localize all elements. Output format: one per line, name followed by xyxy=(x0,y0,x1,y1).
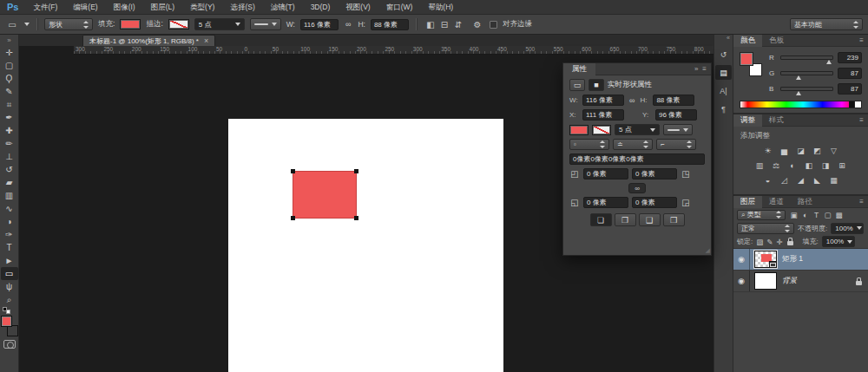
hue-saturation-icon[interactable]: ▥ xyxy=(753,160,766,171)
path-selection-tool[interactable]: ► xyxy=(1,254,18,267)
foreground-color-swatch[interactable] xyxy=(1,316,12,327)
curves-icon[interactable]: ◪ xyxy=(794,145,807,156)
eraser-tool[interactable]: ▰ xyxy=(1,176,18,189)
tab-swatches[interactable]: 色板 xyxy=(762,35,791,47)
vibrance-icon[interactable]: ▽ xyxy=(827,145,840,156)
gradient-tool[interactable]: ▥ xyxy=(1,189,18,202)
filter-shape-layers-icon[interactable]: ▢ xyxy=(822,210,833,220)
panel-menu-icon[interactable]: ≡ xyxy=(859,116,868,124)
channel-value-input[interactable]: 87 xyxy=(838,68,862,79)
link-wh-icon[interactable]: ∞ xyxy=(628,96,636,105)
anchor-point[interactable] xyxy=(354,216,358,220)
path-alignment-icon[interactable]: ⊟ xyxy=(437,18,451,31)
threshold-icon[interactable]: ◢ xyxy=(794,174,807,186)
stroke-align-icon[interactable]: ▫ xyxy=(569,139,609,150)
shape-width-input[interactable]: 116 像素 xyxy=(300,19,339,30)
path-arrangement-icon[interactable]: ⇵ xyxy=(451,18,465,31)
default-colors-icon[interactable] xyxy=(1,306,18,313)
toolbar-collapse-icon[interactable]: » xyxy=(7,35,10,46)
tab-adjustments[interactable]: 调整 xyxy=(733,114,762,127)
paragraph-panel-icon[interactable]: ¶ xyxy=(715,101,732,116)
anchor-point[interactable] xyxy=(354,169,358,173)
shape-rectangle[interactable] xyxy=(293,171,357,219)
stroke-caps-icon[interactable]: ≐ xyxy=(613,139,653,150)
channel-value-input[interactable]: 239 xyxy=(838,52,862,63)
filter-adjustment-layers-icon[interactable]: ◐ xyxy=(799,210,811,220)
subtract-shape-button[interactable]: ❐ xyxy=(615,213,636,226)
filter-smart-objects-icon[interactable]: ▩ xyxy=(833,210,845,220)
properties-panel-header[interactable]: 属性 » ≡ xyxy=(563,63,711,75)
lock-image-pixels-icon[interactable]: ✎ xyxy=(766,238,773,246)
menu-item[interactable]: 类型(Y) xyxy=(182,0,222,15)
lasso-tool[interactable]: Ϙ xyxy=(1,72,18,85)
filter-type-layers-icon[interactable]: T xyxy=(811,210,822,220)
tool-mode-select[interactable]: 形状 xyxy=(44,18,93,30)
stroke-color-swatch[interactable] xyxy=(168,19,189,29)
collapse-panel-icon[interactable]: » xyxy=(694,65,698,73)
menu-item[interactable]: 图像(I) xyxy=(106,0,143,15)
slider-thumb-icon[interactable] xyxy=(796,91,801,95)
prop-stroke-type-select[interactable] xyxy=(663,124,693,135)
color-lookup-icon[interactable]: ⊞ xyxy=(836,160,849,171)
black-white-icon[interactable]: ◐ xyxy=(786,160,799,171)
channel-slider[interactable] xyxy=(780,71,833,75)
close-tab-icon[interactable]: × xyxy=(204,36,208,45)
slider-thumb-icon[interactable] xyxy=(796,75,801,80)
menu-item[interactable]: 图层(L) xyxy=(143,0,182,15)
tab-channels[interactable]: 通道 xyxy=(762,196,791,208)
stroke-corners-icon[interactable]: ⌐ xyxy=(656,139,696,150)
layer-filter-kind-select[interactable]: ⌕ 类型 xyxy=(737,210,786,220)
prop-height-input[interactable]: 88 像素 xyxy=(653,95,694,106)
link-corners-icon[interactable]: ∞ xyxy=(628,183,646,193)
link-dimensions-icon[interactable]: ∞ xyxy=(344,20,352,29)
brightness-contrast-icon[interactable]: ☀ xyxy=(761,145,774,156)
shape-properties-icon[interactable]: ▭ xyxy=(569,79,585,91)
canvas[interactable] xyxy=(228,119,503,372)
prop-width-input[interactable]: 116 像素 xyxy=(582,95,624,106)
fill-opacity-input[interactable]: 100% xyxy=(822,236,855,247)
quick-selection-tool[interactable]: ✎ xyxy=(1,85,18,98)
tool-preset-icon[interactable]: ▭ xyxy=(5,18,19,31)
align-edges-checkbox[interactable] xyxy=(490,21,497,29)
layer-row-background[interactable]: ◉ 背景 xyxy=(733,271,868,292)
lock-position-icon[interactable]: ✛ xyxy=(776,238,782,246)
visibility-eye-icon[interactable]: ◉ xyxy=(733,249,750,270)
tab-color[interactable]: 颜色 xyxy=(733,35,762,47)
anchor-point[interactable] xyxy=(291,169,295,173)
prop-stroke-width-select[interactable]: 5 点 xyxy=(615,124,660,135)
levels-icon[interactable]: ▅ xyxy=(778,145,791,156)
clone-stamp-tool[interactable]: ⊥ xyxy=(1,150,18,163)
character-panel-icon[interactable]: A| xyxy=(715,83,732,98)
tab-styles[interactable]: 样式 xyxy=(762,114,791,127)
channel-slider[interactable] xyxy=(780,55,833,60)
menu-item[interactable]: 视图(V) xyxy=(338,0,378,15)
properties-tab[interactable]: 属性 xyxy=(563,63,595,75)
menu-item[interactable]: 窗口(W) xyxy=(378,0,421,15)
corner-topleft-input[interactable]: 0 像素 xyxy=(583,168,628,179)
history-brush-tool[interactable]: ↺ xyxy=(1,163,18,176)
properties-panel-icon[interactable]: ▤ xyxy=(715,65,732,80)
pen-tool[interactable]: ✑ xyxy=(1,228,18,241)
intersect-shapes-button[interactable]: ❑ xyxy=(639,213,661,226)
history-panel-icon[interactable]: ↺ xyxy=(715,47,732,62)
exposure-icon[interactable]: ◩ xyxy=(811,145,824,156)
channel-slider[interactable] xyxy=(780,87,833,91)
menu-item[interactable]: 文件(F) xyxy=(25,0,65,15)
menu-item[interactable]: 滤镜(T) xyxy=(263,0,303,15)
healing-brush-tool[interactable]: ✚ xyxy=(1,124,18,137)
menu-item[interactable]: 3D(D) xyxy=(303,0,339,15)
stroke-width-select[interactable]: 5 点 xyxy=(194,18,245,30)
marquee-tool[interactable]: ▢ xyxy=(1,59,18,72)
prop-stroke-swatch[interactable] xyxy=(592,125,611,135)
posterize-icon[interactable]: ◿ xyxy=(778,174,791,186)
slider-thumb-icon[interactable] xyxy=(826,60,832,64)
hand-tool[interactable]: ψ xyxy=(1,280,18,293)
move-tool[interactable]: ✛ xyxy=(1,46,18,59)
menu-item[interactable]: 帮助(H) xyxy=(420,0,461,15)
filter-pixel-layers-icon[interactable]: ▣ xyxy=(788,210,799,220)
zoom-tool[interactable]: ⌕ xyxy=(1,293,18,306)
corner-bottomleft-input[interactable]: 0 像素 xyxy=(583,197,628,208)
dodge-tool[interactable]: ◑ xyxy=(1,215,18,228)
resize-grip-icon[interactable]: ◢ xyxy=(706,247,710,254)
selective-color-icon[interactable]: ◣ xyxy=(811,174,824,186)
